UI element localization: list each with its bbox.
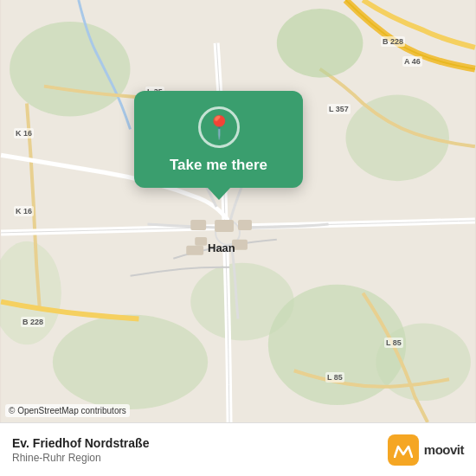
moovit-icon bbox=[388, 434, 419, 466]
svg-rect-9 bbox=[190, 220, 206, 230]
location-name: Ev. Friedhof Nordstraße bbox=[12, 436, 149, 450]
svg-point-4 bbox=[53, 315, 208, 410]
moovit-logo[interactable]: moovit bbox=[388, 434, 464, 466]
road-label-l85-right: L 85 bbox=[384, 338, 403, 348]
map-background: B 228 A 46 L 35 L 357 K 16 K 16 Haan B 2… bbox=[0, 0, 476, 422]
road-label-a46: A 46 bbox=[402, 56, 422, 67]
svg-rect-11 bbox=[238, 220, 252, 230]
road-label-l85-bot: L 85 bbox=[325, 372, 344, 383]
svg-point-15 bbox=[277, 9, 363, 78]
svg-point-1 bbox=[10, 22, 130, 117]
osm-attribution: © OpenStreetMap contributors bbox=[5, 404, 130, 417]
svg-point-5 bbox=[376, 323, 471, 401]
take-me-there-popup[interactable]: 📍 Take me there bbox=[134, 91, 303, 188]
location-pin: 📍 bbox=[198, 106, 240, 148]
road-label-k16-mid: K 16 bbox=[14, 206, 34, 216]
moovit-text: moovit bbox=[424, 442, 464, 457]
road-label-haan: Haan bbox=[206, 241, 237, 255]
road-label-b228-top: B 228 bbox=[381, 36, 405, 47]
svg-rect-10 bbox=[215, 220, 234, 232]
app-container: B 228 A 46 L 35 L 357 K 16 K 16 Haan B 2… bbox=[0, 0, 476, 476]
take-me-there-button[interactable]: Take me there bbox=[170, 157, 267, 174]
road-label-b228-bot: B 228 bbox=[21, 317, 45, 327]
map-area: B 228 A 46 L 35 L 357 K 16 K 16 Haan B 2… bbox=[0, 0, 476, 422]
location-info: Ev. Friedhof Nordstraße Rhine-Ruhr Regio… bbox=[12, 436, 149, 464]
svg-point-6 bbox=[190, 263, 294, 341]
svg-rect-14 bbox=[186, 246, 203, 255]
location-region: Rhine-Ruhr Region bbox=[12, 452, 149, 464]
road-label-l357: L 357 bbox=[327, 104, 351, 114]
bottom-bar: Ev. Friedhof Nordstraße Rhine-Ruhr Regio… bbox=[0, 422, 476, 476]
road-label-k16-top: K 16 bbox=[14, 128, 34, 138]
pin-icon: 📍 bbox=[205, 114, 233, 141]
